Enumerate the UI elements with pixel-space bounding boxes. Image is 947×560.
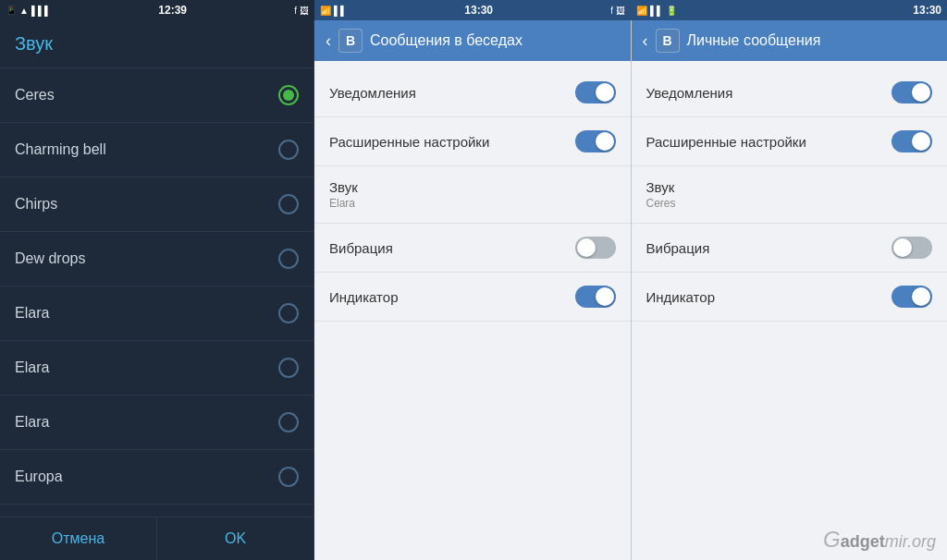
settings-row-label: Уведомления — [329, 85, 416, 101]
settings-row: Расширенные настройки — [632, 117, 948, 166]
sound-item[interactable]: Elara — [0, 286, 314, 341]
sound-item[interactable]: Charming bell — [0, 123, 314, 177]
sound-item-name: Elara — [15, 305, 49, 322]
mid-back-icon[interactable]: ‹ — [326, 31, 331, 51]
mid-wifi-icon: 📶 — [320, 6, 331, 16]
settings-row-label: Вибрация — [646, 240, 710, 256]
right-panel-header: ‹ В Личные сообщения — [632, 20, 948, 61]
settings-row: Вибрация — [314, 224, 631, 273]
settings-row-sublabel: Ceres — [646, 197, 676, 210]
toggle-switch[interactable] — [892, 81, 932, 103]
mid-signal-icon: ▌▌ — [334, 6, 347, 16]
toggle-switch[interactable] — [892, 286, 932, 308]
right-wifi-icon: 📶 — [636, 6, 647, 16]
toggle-knob — [912, 287, 930, 306]
right-signal-icon: ▌▌ — [650, 6, 663, 16]
sound-item[interactable]: Dew drops — [0, 232, 314, 286]
radio-button[interactable] — [278, 412, 299, 432]
settings-row: Расширенные настройки — [314, 117, 631, 166]
sound-item-name: Dew drops — [15, 250, 85, 267]
settings-row: Индикатор — [632, 273, 948, 322]
settings-row-label: Звук — [646, 179, 676, 195]
settings-row-label: Звук — [329, 179, 358, 195]
mid-img-icon: 🖼 — [616, 6, 625, 16]
sound-item[interactable]: Elara — [0, 396, 314, 450]
right-settings-panel: ‹ В Личные сообщения УведомленияРасширен… — [632, 20, 948, 560]
left-panel: Звук CeresCharming bellChirpsDew dropsEl… — [0, 20, 314, 560]
toggle-switch[interactable] — [575, 130, 616, 152]
right-panel-body: УведомленияРасширенные настройкиЗвукCere… — [632, 61, 948, 560]
sound-item-name: Ceres — [15, 87, 55, 103]
status-bars: 📱 ▲ ▌▌▌ 12:39 f 🖼 📶 ▌▌ 13:30 f 🖼 📶 ▌▌ 🔋 … — [0, 0, 947, 20]
settings-row: Уведомления — [314, 68, 631, 117]
phone-icon: 📱 — [6, 6, 17, 16]
ok-button[interactable]: OK — [157, 517, 314, 560]
toggle-knob — [596, 132, 614, 151]
status-bar-right: 📶 ▌▌ 🔋 13:30 — [631, 0, 947, 20]
toggle-switch[interactable] — [575, 286, 616, 308]
settings-row: Индикатор — [314, 273, 631, 322]
mid-right-icons: f 🖼 — [610, 6, 625, 16]
left-header: Звук — [0, 20, 314, 68]
toggle-knob — [893, 238, 912, 257]
radio-button[interactable] — [278, 467, 299, 487]
sound-item-name: Chirps — [15, 196, 57, 213]
toggle-knob — [912, 132, 930, 151]
right-back-icon[interactable]: ‹ — [643, 31, 648, 51]
wifi-icon: ▲ — [19, 6, 29, 16]
sound-list[interactable]: CeresCharming bellChirpsDew dropsElaraEl… — [0, 68, 314, 517]
toggle-switch[interactable] — [575, 81, 616, 103]
settings-row-text: Расширенные настройки — [646, 134, 806, 150]
right-batt-icon: 🔋 — [666, 6, 677, 16]
img-icon: 🖼 — [300, 6, 309, 16]
settings-row-label: Уведомления — [646, 85, 733, 101]
mid-fb-icon: f — [610, 6, 613, 16]
cancel-button[interactable]: Отмена — [0, 517, 157, 560]
settings-row-text: Вибрация — [646, 240, 710, 256]
sound-item-name: Charming bell — [15, 141, 106, 158]
settings-row: ЗвукElara — [314, 166, 631, 224]
page-title: Звук — [15, 33, 53, 54]
right-vk-icon: В — [656, 29, 680, 53]
toggle-switch[interactable] — [892, 130, 932, 152]
radio-button[interactable] — [278, 194, 299, 214]
toggle-knob — [912, 83, 930, 102]
right-left-icons2: 📶 ▌▌ 🔋 — [636, 6, 677, 16]
toggle-switch[interactable] — [575, 237, 616, 259]
sound-item-name: Elara — [15, 359, 49, 376]
settings-row-label: Индикатор — [646, 289, 716, 305]
sound-item[interactable]: Europa — [0, 450, 314, 505]
settings-row-label: Индикатор — [329, 289, 399, 305]
right-panels: ‹ В Сообщения в беседах УведомленияРасши… — [314, 20, 947, 560]
mid-settings-panel: ‹ В Сообщения в беседах УведомленияРасши… — [314, 20, 631, 560]
radio-button[interactable] — [278, 249, 299, 269]
settings-row-text: Расширенные настройки — [329, 134, 489, 150]
sound-item[interactable]: Elara — [0, 341, 314, 396]
mid-time: 13:30 — [464, 4, 493, 17]
settings-row-text: ЗвукCeres — [646, 179, 676, 210]
right-left-icons: f 🖼 — [294, 6, 309, 16]
toggle-knob — [596, 287, 614, 306]
sound-item[interactable]: Chirps — [0, 177, 314, 232]
signal-icon: ▌▌▌ — [31, 6, 51, 16]
toggle-switch[interactable] — [892, 237, 932, 259]
settings-row-sublabel: Elara — [329, 197, 358, 210]
sound-item-name: Europa — [15, 469, 63, 485]
mid-panel-body: УведомленияРасширенные настройкиЗвукElar… — [314, 61, 631, 560]
radio-button[interactable] — [278, 140, 299, 160]
main-content: Звук CeresCharming bellChirpsDew dropsEl… — [0, 20, 947, 560]
radio-button[interactable] — [278, 85, 299, 105]
settings-row-text: Вибрация — [329, 240, 393, 256]
sound-item-name: Elara — [15, 414, 49, 431]
fb-icon: f — [294, 6, 297, 16]
settings-row-text: Уведомления — [329, 85, 416, 101]
left-footer: Отмена OK — [0, 517, 314, 560]
settings-row-text: Уведомления — [646, 85, 733, 101]
mid-left-icons: 📶 ▌▌ — [320, 6, 347, 16]
mid-panel-header: ‹ В Сообщения в беседах — [314, 20, 631, 61]
settings-row-text: ЗвукElara — [329, 179, 358, 210]
radio-button[interactable] — [278, 358, 299, 378]
radio-button[interactable] — [278, 303, 299, 323]
sound-item[interactable]: Ceres — [0, 68, 314, 123]
left-time: 12:39 — [158, 4, 187, 17]
